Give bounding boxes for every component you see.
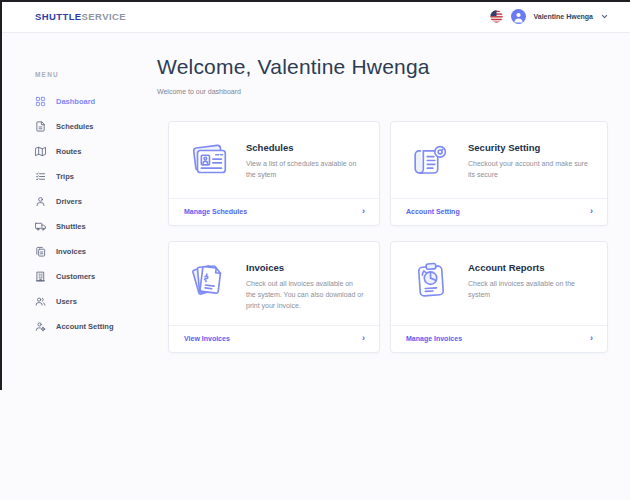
drivers-person-icon bbox=[35, 196, 46, 207]
page-body: MENU Dashboard Schedules Routes Trips Dr… bbox=[0, 33, 630, 499]
main-content: Welcome, Valentine Hwenga Welcome to our… bbox=[150, 33, 630, 499]
logo-primary-text: SHUTTLE bbox=[35, 11, 82, 22]
chevron-down-icon[interactable] bbox=[601, 13, 608, 20]
shuttles-bus-icon bbox=[35, 221, 46, 232]
invoices-file-icon bbox=[35, 246, 46, 257]
card-link-label: Manage Invoices bbox=[406, 335, 462, 342]
page-title: Welcome, Valentine Hwenga bbox=[157, 55, 608, 79]
sidebar-item-trips[interactable]: Trips bbox=[35, 164, 150, 189]
app-window: SHUTTLESERVICE bbox=[0, 0, 630, 500]
sidebar-nav: Dashboard Schedules Routes Trips Drivers… bbox=[35, 89, 150, 339]
card-link-label: View Invoices bbox=[184, 335, 230, 342]
sidebar-item-invoices[interactable]: Invoices bbox=[35, 239, 150, 264]
card-schedules: Schedules View a list of schedules avaia… bbox=[168, 121, 380, 226]
card-footer-link[interactable]: View Invoices › bbox=[169, 325, 379, 352]
chevron-right-icon: › bbox=[590, 334, 593, 343]
window-edge-top bbox=[0, 0, 630, 2]
sidebar-item-schedules[interactable]: Schedules bbox=[35, 114, 150, 139]
reports-clipboard-icon bbox=[408, 258, 454, 304]
sidebar-item-dashboard[interactable]: Dashboard bbox=[35, 89, 150, 114]
chevron-right-icon: › bbox=[362, 207, 365, 216]
header-user-area: Valentine Hwenga bbox=[490, 9, 608, 24]
chevron-right-icon: › bbox=[590, 207, 593, 216]
card-description: Check all invoices available on the syst… bbox=[468, 279, 592, 301]
schedules-cards-icon bbox=[186, 138, 232, 184]
page-subtitle: Welcome to our dashboard bbox=[157, 88, 608, 95]
card-link-label: Account Setting bbox=[406, 208, 460, 215]
app-logo[interactable]: SHUTTLESERVICE bbox=[35, 11, 126, 22]
account-gear-icon bbox=[35, 321, 46, 332]
customers-building-icon bbox=[35, 271, 46, 282]
card-invoices: Invoices Check out all invoices availabl… bbox=[168, 241, 380, 353]
sidebar-item-account-setting[interactable]: Account Setting bbox=[35, 314, 150, 339]
schedules-file-icon bbox=[35, 121, 46, 132]
sidebar-item-customers[interactable]: Customers bbox=[35, 264, 150, 289]
header-user-name[interactable]: Valentine Hwenga bbox=[533, 13, 593, 20]
card-title: Account Reports bbox=[468, 262, 592, 273]
cards-grid: Schedules View a list of schedules avaia… bbox=[168, 121, 608, 353]
logo-secondary-text: SERVICE bbox=[82, 11, 126, 22]
card-title: Invoices bbox=[246, 262, 364, 273]
card-description: View a list of schedules avaiable on the… bbox=[246, 159, 364, 181]
users-people-icon bbox=[35, 296, 46, 307]
card-footer-link[interactable]: Manage Schedules › bbox=[169, 198, 379, 225]
card-body: Account Reports Check all invoices avail… bbox=[391, 242, 607, 325]
card-body: Schedules View a list of schedules avaia… bbox=[169, 122, 379, 198]
card-title: Security Setting bbox=[468, 142, 592, 153]
card-description: Checkout your account and make sure its … bbox=[468, 159, 592, 181]
card-description: Check out all invoices available on the … bbox=[246, 279, 364, 312]
user-avatar[interactable] bbox=[511, 9, 526, 24]
card-footer-link[interactable]: Manage Invoices › bbox=[391, 325, 607, 352]
invoices-stack-icon bbox=[186, 258, 232, 304]
dashboard-grid-icon bbox=[35, 96, 46, 107]
sidebar-item-routes[interactable]: Routes bbox=[35, 139, 150, 164]
card-body: Invoices Check out all invoices availabl… bbox=[169, 242, 379, 325]
chevron-right-icon: › bbox=[362, 334, 365, 343]
card-title: Schedules bbox=[246, 142, 364, 153]
card-footer-link[interactable]: Account Setting › bbox=[391, 198, 607, 225]
card-link-label: Manage Schedules bbox=[184, 208, 247, 215]
security-document-icon bbox=[408, 138, 454, 184]
card-body: Security Setting Checkout your account a… bbox=[391, 122, 607, 198]
top-header: SHUTTLESERVICE bbox=[0, 0, 630, 33]
card-account-reports: Account Reports Check all invoices avail… bbox=[390, 241, 608, 353]
sidebar-item-users[interactable]: Users bbox=[35, 289, 150, 314]
trips-list-icon bbox=[35, 171, 46, 182]
routes-map-icon bbox=[35, 146, 46, 157]
sidebar: MENU Dashboard Schedules Routes Trips Dr… bbox=[0, 33, 150, 499]
sidebar-item-drivers[interactable]: Drivers bbox=[35, 189, 150, 214]
sidebar-item-shuttles[interactable]: Shuttles bbox=[35, 214, 150, 239]
us-flag-icon[interactable] bbox=[490, 10, 503, 23]
card-security-setting: Security Setting Checkout your account a… bbox=[390, 121, 608, 226]
window-edge-left bbox=[0, 0, 2, 390]
sidebar-menu-label: MENU bbox=[35, 71, 150, 78]
